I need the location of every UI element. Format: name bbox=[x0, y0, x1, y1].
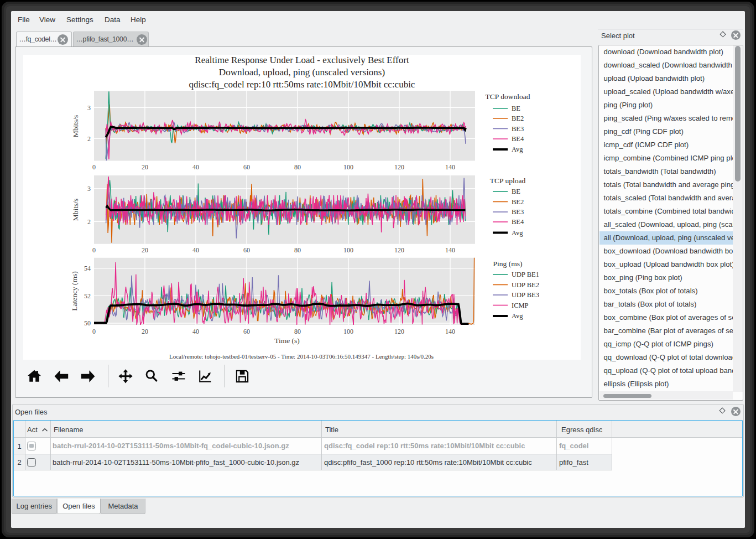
svg-text:100: 100 bbox=[343, 246, 353, 254]
svg-text:80: 80 bbox=[294, 163, 301, 171]
svg-text:BE: BE bbox=[512, 105, 520, 112]
svg-text:Local/remote: tohojo-testbed-0: Local/remote: tohojo-testbed-01/testserv… bbox=[169, 353, 433, 360]
svg-text:120: 120 bbox=[394, 246, 404, 254]
svg-text:20: 20 bbox=[142, 163, 148, 171]
svg-text:Latency (ms): Latency (ms) bbox=[70, 271, 79, 311]
svg-text:80: 80 bbox=[294, 246, 301, 254]
svg-text:80: 80 bbox=[294, 328, 301, 335]
svg-text:40: 40 bbox=[192, 328, 199, 335]
svg-text:TCP download: TCP download bbox=[485, 92, 530, 101]
svg-text:0: 0 bbox=[92, 328, 96, 335]
svg-text:2: 2 bbox=[87, 135, 91, 143]
svg-text:140: 140 bbox=[445, 163, 455, 171]
svg-text:UDP BE3: UDP BE3 bbox=[512, 291, 539, 299]
svg-text:60: 60 bbox=[243, 246, 250, 254]
svg-text:20: 20 bbox=[142, 328, 148, 335]
svg-text:3: 3 bbox=[87, 104, 91, 112]
svg-text:Avg: Avg bbox=[512, 146, 523, 153]
svg-text:BE3: BE3 bbox=[512, 208, 524, 216]
svg-text:BE: BE bbox=[512, 188, 520, 195]
svg-text:BE2: BE2 bbox=[512, 198, 524, 206]
svg-text:0: 0 bbox=[92, 246, 96, 254]
svg-text:60: 60 bbox=[243, 328, 250, 335]
svg-text:BE2: BE2 bbox=[512, 115, 524, 122]
svg-text:Download, upload, ping (unscal: Download, upload, ping (unscaled version… bbox=[218, 67, 384, 77]
svg-text:20: 20 bbox=[142, 246, 148, 254]
svg-text:2: 2 bbox=[87, 218, 91, 226]
svg-text:BE4: BE4 bbox=[512, 218, 524, 226]
svg-text:100: 100 bbox=[343, 163, 353, 171]
svg-text:UDP BE2: UDP BE2 bbox=[512, 281, 539, 289]
svg-text:qdisc:fq_codel rep:10 rtt:50ms: qdisc:fq_codel rep:10 rtt:50ms rate:10Mb… bbox=[189, 79, 415, 90]
svg-text:Mbits/s: Mbits/s bbox=[71, 115, 80, 138]
svg-text:TCP upload: TCP upload bbox=[489, 177, 525, 185]
svg-text:Avg: Avg bbox=[512, 312, 523, 320]
svg-text:50: 50 bbox=[84, 319, 91, 327]
svg-text:3: 3 bbox=[87, 185, 91, 193]
svg-text:Time (s): Time (s) bbox=[274, 336, 300, 345]
svg-text:0: 0 bbox=[92, 163, 96, 171]
svg-text:120: 120 bbox=[394, 163, 404, 171]
svg-text:BE3: BE3 bbox=[512, 125, 524, 133]
svg-text:ICMP: ICMP bbox=[512, 302, 529, 309]
svg-text:BE4: BE4 bbox=[512, 135, 524, 143]
svg-text:Avg: Avg bbox=[512, 229, 523, 237]
svg-text:120: 120 bbox=[394, 328, 404, 335]
svg-text:140: 140 bbox=[445, 328, 455, 335]
svg-text:40: 40 bbox=[192, 163, 199, 171]
svg-text:52: 52 bbox=[84, 292, 91, 300]
svg-text:54: 54 bbox=[84, 265, 91, 272]
svg-text:Ping (ms): Ping (ms) bbox=[493, 260, 522, 268]
svg-text:Mbits/s: Mbits/s bbox=[71, 199, 80, 221]
svg-text:100: 100 bbox=[343, 328, 353, 335]
svg-text:60: 60 bbox=[243, 163, 250, 171]
svg-text:Realtime Response Under Load -: Realtime Response Under Load - exclusive… bbox=[195, 55, 409, 65]
svg-text:140: 140 bbox=[445, 246, 455, 254]
svg-text:40: 40 bbox=[192, 246, 199, 254]
svg-text:UDP BE1: UDP BE1 bbox=[512, 271, 539, 278]
